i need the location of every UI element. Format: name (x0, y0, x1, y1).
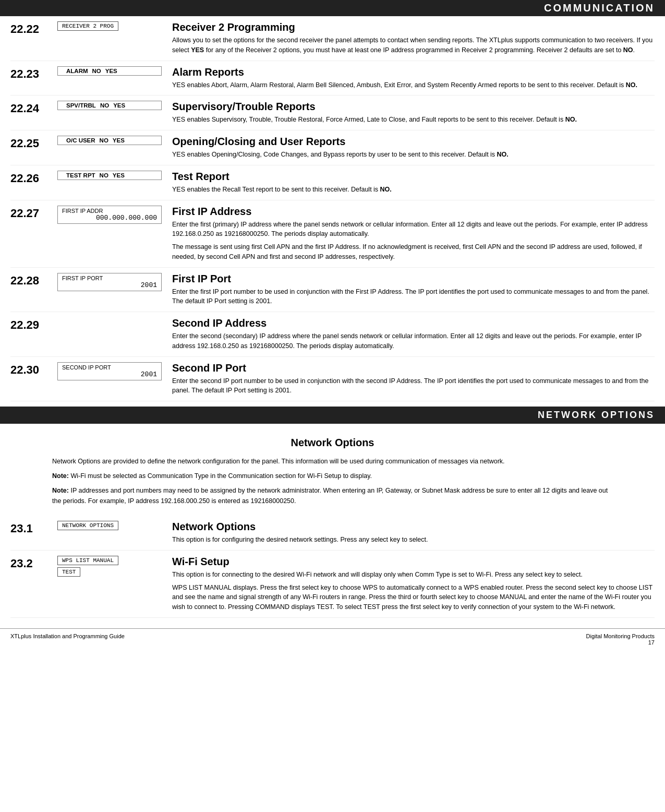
control-no-spv: NO (100, 102, 109, 109)
section-control-22-28: FIRST IP PORT 2001 (57, 273, 162, 291)
control-stacked-second-ip-port: SECOND IP PORT 2001 (57, 362, 162, 380)
control-yes-spv: YES (113, 102, 125, 109)
section-22-25: 22.25 O/C USER NO YES Opening/Closing an… (10, 130, 655, 165)
control-no-alarm: NO (92, 68, 101, 74)
section-desc-23-2: This option is for connecting to the des… (172, 570, 655, 580)
section-desc-22-24: YES enables Supervisory, Trouble, Troubl… (172, 115, 655, 125)
section-title-22-27: First IP Address (172, 206, 655, 218)
section-content-22-22: Receiver 2 Programming Allows you to set… (172, 21, 655, 55)
footer-page-number: 17 (586, 639, 655, 646)
section-title-22-24: Supervisory/Trouble Reports (172, 101, 655, 113)
note2-bold: Note: (52, 487, 69, 494)
section-desc-22-25: YES enables Opening/Closing, Code Change… (172, 150, 655, 160)
footer-right-title: Digital Monitoring Products (586, 633, 655, 639)
section-content-22-24: Supervisory/Trouble Reports YES enables … (172, 101, 655, 125)
section-number-22-22: 22.22 (10, 21, 57, 36)
section-control-22-23: ALARM NO YES (57, 66, 162, 76)
control-value-first-ip-addr: 000.000.000.000 (62, 214, 157, 222)
section-content-22-27: First IP Address Enter the first (primar… (172, 206, 655, 262)
main-content: 22.22 RECEIVER 2 PROG Receiver 2 Program… (0, 16, 665, 401)
section-content-22-26: Test Report YES enables the Recall Test … (172, 171, 655, 195)
section-title-22-29: Second IP Address (172, 317, 655, 329)
control-no-testrpt: NO (100, 172, 108, 178)
section-content-23-1: Network Options This option is for confi… (172, 521, 655, 545)
section-number-22-28: 22.28 (10, 273, 57, 288)
section-desc-22-23: YES enables Abort, Alarm, Alarm Restoral… (172, 80, 655, 90)
control-label-spv: SPV/TRBL (66, 102, 96, 109)
section-23-2: 23.2 WPS LIST MANUAL TEST Wi-Fi Setup Th… (10, 551, 655, 618)
page-header: COMMUNICATION (0, 0, 665, 16)
section-number-23-1: 23.1 (10, 521, 57, 535)
section-22-28: 22.28 FIRST IP PORT 2001 First IP Port E… (10, 268, 655, 313)
section-title-22-23: Alarm Reports (172, 66, 655, 78)
section-number-22-29: 22.29 (10, 317, 57, 332)
section-22-30: 22.30 SECOND IP PORT 2001 Second IP Port… (10, 357, 655, 402)
network-intro-note1: Note: Wi-Fi must be selected as Communic… (52, 471, 613, 481)
section-number-22-26: 22.26 (10, 171, 57, 185)
control-yes-oc: YES (113, 137, 125, 144)
section-desc2-23-2: WPS LIST MANUAL displays. Press the firs… (172, 583, 655, 612)
control-value-first-ip-port: 2001 (62, 281, 157, 289)
control-yes-testrpt: YES (113, 172, 125, 178)
section-22-24: 22.24 SPV/TRBL NO YES Supervisory/Troubl… (10, 95, 655, 130)
control-stacked-first-ip-port: FIRST IP PORT 2001 (57, 273, 162, 291)
section-number-22-24: 22.24 (10, 101, 57, 115)
section-content-22-23: Alarm Reports YES enables Abort, Alarm, … (172, 66, 655, 90)
section-control-22-22: RECEIVER 2 PROG (57, 21, 162, 31)
control-label-alarm: ALARM (66, 68, 88, 74)
section-number-22-27: 22.27 (10, 206, 57, 220)
control-tag-receiver2: RECEIVER 2 PROG (57, 21, 118, 31)
section-desc2-22-27: The message is sent using first Cell APN… (172, 242, 655, 262)
network-intro-note2: Note: IP addresses and port numbers may … (52, 485, 613, 506)
control-yes-alarm: YES (105, 68, 117, 74)
control-inline-alarm: ALARM NO YES (57, 66, 162, 76)
section-control-22-25: O/C USER NO YES (57, 136, 162, 145)
section-title-22-26: Test Report (172, 171, 655, 183)
section-content-23-2: Wi-Fi Setup This option is for connectin… (172, 556, 655, 612)
control-stacked-first-ip-addr: FIRST IP ADDR 000.000.000.000 (57, 206, 162, 224)
section-desc-22-26: YES enables the Recall Test report to be… (172, 185, 655, 195)
section-content-22-28: First IP Port Enter the first IP port nu… (172, 273, 655, 307)
section-content-22-29: Second IP Address Enter the second (seco… (172, 317, 655, 351)
section-number-22-25: 22.25 (10, 136, 57, 150)
section-control-22-26: TEST RPT NO YES (57, 171, 162, 180)
section-content-22-30: Second IP Port Enter the second IP port … (172, 362, 655, 396)
section-desc-22-30: Enter the second IP port number to be us… (172, 376, 655, 396)
section-title-22-25: Opening/Closing and User Reports (172, 136, 655, 148)
section-title-23-1: Network Options (172, 521, 655, 533)
network-intro-para1: Network Options are provided to define t… (52, 456, 613, 467)
section-22-22: 22.22 RECEIVER 2 PROG Receiver 2 Program… (10, 16, 655, 61)
section-22-26: 22.26 TEST RPT NO YES Test Report YES en… (10, 165, 655, 200)
control-label-testrpt: TEST RPT (66, 172, 95, 178)
page-footer: XTLplus Installation and Programming Gui… (0, 628, 665, 650)
section-title-22-28: First IP Port (172, 273, 655, 285)
section-23-1: 23.1 NETWORK OPTIONS Network Options Thi… (10, 516, 655, 551)
control-label-second-ip-port: SECOND IP PORT (62, 364, 157, 371)
section-title-22-22: Receiver 2 Programming (172, 21, 655, 33)
section-control-22-24: SPV/TRBL NO YES (57, 101, 162, 110)
network-intro-title: Network Options (52, 434, 613, 451)
control-inline-spv: SPV/TRBL NO YES (57, 101, 162, 110)
control-no-oc: NO (100, 137, 108, 144)
network-options-banner: NETWORK OPTIONS (0, 407, 665, 424)
control-inline-oc: O/C USER NO YES (57, 136, 162, 145)
sections2-content: 23.1 NETWORK OPTIONS Network Options Thi… (0, 516, 665, 618)
section-desc-22-27: Enter the first (primary) IP address whe… (172, 220, 655, 240)
footer-right: Digital Monitoring Products 17 (586, 633, 655, 646)
section-22-29: 22.29 Second IP Address Enter the second… (10, 312, 655, 357)
control-label-first-ip-port: FIRST IP PORT (62, 275, 157, 281)
control-tag-wps: WPS LIST MANUAL (57, 556, 118, 565)
section-desc-22-29: Enter the second (secondary) IP address … (172, 331, 655, 351)
footer-left: XTLplus Installation and Programming Gui… (10, 633, 125, 646)
control-tag-test: TEST (57, 567, 80, 577)
section-control-22-27: FIRST IP ADDR 000.000.000.000 (57, 206, 162, 224)
section-22-27: 22.27 FIRST IP ADDR 000.000.000.000 Firs… (10, 200, 655, 268)
header-title: COMMUNICATION (544, 2, 655, 14)
section-number-23-2: 23.2 (10, 556, 57, 570)
section-22-23: 22.23 ALARM NO YES Alarm Reports YES ena… (10, 61, 655, 96)
section-content-22-25: Opening/Closing and User Reports YES ena… (172, 136, 655, 160)
section-title-23-2: Wi-Fi Setup (172, 556, 655, 568)
section-number-22-23: 22.23 (10, 66, 57, 81)
control-inline-testrpt: TEST RPT NO YES (57, 171, 162, 180)
section-number-22-30: 22.30 (10, 362, 57, 377)
